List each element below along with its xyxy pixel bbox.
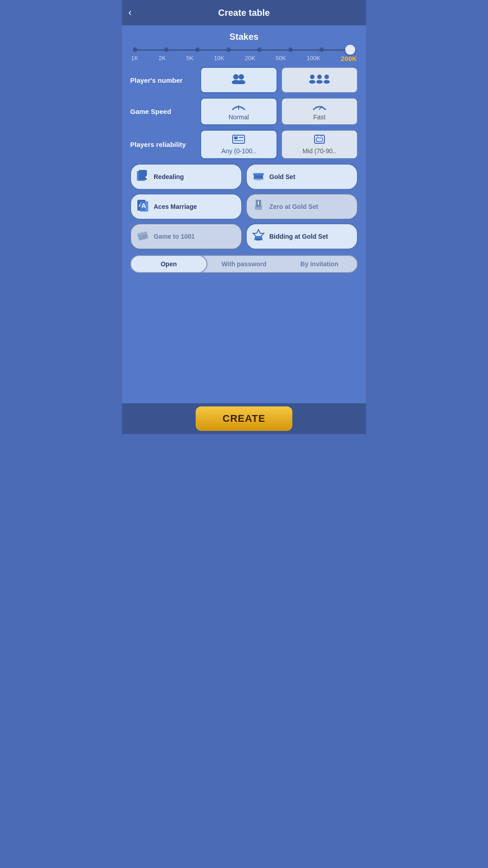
- access-open[interactable]: Open: [130, 255, 207, 273]
- bidding-gold-set-button[interactable]: Bidding at Gold Set: [246, 223, 358, 250]
- two-players-button[interactable]: [200, 67, 277, 93]
- svg-rect-36: [255, 236, 262, 238]
- svg-rect-17: [316, 138, 323, 142]
- content-area: Stakes 1: [122, 25, 366, 403]
- slider-dot-1k: [133, 47, 137, 52]
- slider-dot-20k: [257, 47, 262, 52]
- redealing-icon: [136, 169, 150, 184]
- fast-speed-text: Fast: [313, 113, 325, 121]
- redealing-text: Redealing: [154, 173, 184, 180]
- slider-thumb[interactable]: [345, 45, 355, 55]
- aces-marriage-text: Aces Marriage: [154, 203, 197, 210]
- svg-point-7: [316, 80, 323, 84]
- slider-dot-100k: [319, 47, 324, 52]
- slider-dot-50k: [288, 47, 293, 52]
- svg-rect-13: [234, 137, 238, 139]
- three-players-button[interactable]: [281, 67, 358, 93]
- mid-reliability-icon: [313, 134, 326, 146]
- normal-speed-button[interactable]: Normal: [200, 98, 277, 125]
- game-to-1001-text: Game to 1001: [154, 233, 195, 240]
- zero-at-gold-set-text: Zero at Gold Set: [269, 203, 318, 210]
- bidding-gold-set-icon: [251, 229, 266, 244]
- stakes-section: Stakes 1: [130, 32, 358, 62]
- bottom-bar: CREATE: [122, 403, 366, 434]
- page-title: Create table: [218, 8, 270, 18]
- game-to-1001-icon: 100: [136, 229, 150, 244]
- normal-speed-text: Normal: [229, 113, 249, 121]
- stake-20k[interactable]: 20K: [245, 55, 255, 62]
- two-players-icon: [230, 73, 247, 86]
- slider-dot-10k: [226, 47, 231, 52]
- fast-speed-button[interactable]: Fast: [281, 98, 358, 125]
- bidding-gold-set-text: Bidding at Gold Set: [269, 233, 328, 240]
- access-with-password[interactable]: With password: [206, 256, 282, 272]
- stakes-label: Stakes: [130, 32, 358, 42]
- access-by-invitation[interactable]: By invitation: [282, 256, 357, 272]
- fast-speed-icon: [313, 102, 326, 113]
- create-button[interactable]: CREATE: [196, 406, 293, 431]
- access-toggle: Open With password By invitation: [130, 255, 358, 273]
- any-reliability-text: Any (0-100..: [221, 147, 256, 155]
- gold-set-icon: [251, 170, 266, 183]
- gold-set-text: Gold Set: [269, 173, 296, 180]
- svg-point-8: [324, 75, 329, 79]
- svg-rect-21: [139, 170, 147, 180]
- svg-point-9: [324, 80, 330, 84]
- aces-marriage-icon: A A: [136, 199, 150, 214]
- svg-rect-12: [233, 135, 244, 143]
- players-number-buttons: [200, 67, 358, 93]
- game-speed-row: Game Speed Normal Fast: [130, 98, 358, 125]
- players-reliability-label: Players reliability: [130, 141, 200, 148]
- stakes-values: 1K 2K 5K 10K 20K 50K 100K 200K: [130, 55, 358, 62]
- stakes-slider-container[interactable]: [130, 47, 358, 53]
- game-speed-buttons: Normal Fast: [200, 98, 358, 125]
- any-reliability-icon: [232, 134, 245, 146]
- svg-text:100: 100: [138, 233, 147, 240]
- redealing-button[interactable]: Redealing: [130, 164, 242, 190]
- players-number-label: Player's number: [130, 76, 200, 84]
- header: ‹ Create table: [122, 0, 366, 25]
- svg-rect-24: [253, 173, 264, 175]
- svg-rect-30: [255, 205, 262, 210]
- back-button[interactable]: ‹: [128, 7, 131, 19]
- svg-point-6: [317, 75, 322, 79]
- slider-dot-2k: [164, 47, 169, 52]
- stake-10k[interactable]: 10K: [214, 55, 224, 62]
- slider-track[interactable]: [133, 47, 355, 53]
- game-to-1001-button[interactable]: 100 Game to 1001: [130, 223, 242, 250]
- mid-reliability-button[interactable]: Mid (70-90..: [281, 130, 358, 159]
- stake-2k[interactable]: 2K: [159, 55, 166, 62]
- slider-line: [133, 49, 355, 51]
- svg-point-4: [310, 75, 314, 79]
- svg-point-0: [233, 74, 239, 80]
- slider-dot-5k: [195, 47, 200, 52]
- any-reliability-button[interactable]: Any (0-100..: [200, 130, 277, 159]
- game-speed-label: Game Speed: [130, 108, 200, 115]
- gold-set-button[interactable]: Gold Set: [246, 164, 358, 190]
- players-reliability-row: Players reliability Any (0-100..: [130, 130, 358, 159]
- stake-1k[interactable]: 1K: [131, 55, 138, 62]
- svg-point-5: [309, 80, 315, 84]
- features-grid: Redealing Gold Set A A: [130, 164, 358, 250]
- players-number-row: Player's number: [130, 67, 358, 93]
- zero-at-gold-set-icon: [251, 199, 266, 214]
- svg-point-2: [239, 74, 244, 80]
- stake-5k[interactable]: 5K: [186, 55, 193, 62]
- slider-dots: [133, 47, 355, 52]
- stake-200k[interactable]: 200K: [341, 55, 357, 62]
- three-players-icon: [309, 73, 330, 86]
- aces-marriage-button[interactable]: A A Aces Marriage: [130, 193, 242, 220]
- normal-speed-icon: [232, 102, 245, 113]
- players-reliability-buttons: Any (0-100.. Mid (70-90..: [200, 130, 358, 159]
- svg-text:A: A: [141, 202, 146, 209]
- stake-100k[interactable]: 100K: [306, 55, 320, 62]
- zero-at-gold-set-button[interactable]: Zero at Gold Set: [246, 193, 358, 220]
- mid-reliability-text: Mid (70-90..: [302, 147, 336, 155]
- stake-50k[interactable]: 50K: [276, 55, 286, 62]
